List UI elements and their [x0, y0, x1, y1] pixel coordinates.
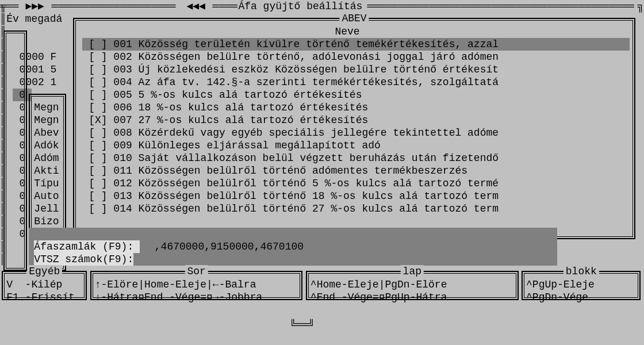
list-item-013[interactable]: [ ] 013 Közösségen belülről történő 18 %…	[82, 190, 630, 202]
panel-sor-line2[interactable]: ↓-Hátra¤End -Vége=¤→-Jobbra	[95, 291, 263, 304]
list-item-008[interactable]: [ ] 008 Közérdekű vagy egyéb speciális j…	[82, 126, 630, 139]
scroll-right-icon[interactable]: ◀◀◀	[181, 0, 212, 13]
list-item-014[interactable]: [ ] 014 Közösségen belülről történő 27 %…	[82, 202, 630, 215]
panel-title-lap: lap	[401, 265, 424, 278]
panel-title-blokk: blokk	[564, 265, 599, 278]
mid-label-6[interactable]: Típu	[34, 177, 59, 190]
neve-header: Neve	[335, 25, 359, 38]
mid-label-1[interactable]: Megn	[34, 114, 59, 126]
year-field-label: Év megadá	[6, 13, 62, 25]
mid-label-4[interactable]: Adóm	[34, 152, 59, 164]
mid-label-2[interactable]: Abev	[34, 126, 59, 139]
abev-title: ABEV	[339, 12, 369, 25]
panel-blokk-line2[interactable]: ^PgDn-Vége	[526, 291, 588, 304]
list-item-009[interactable]: [ ] 009 Különleges eljárással megállapít…	[82, 139, 630, 152]
mid-label-8[interactable]: Jell	[34, 202, 59, 215]
left-col-panel	[3, 30, 27, 271]
list-item-004[interactable]: [ ] 004 Az áfa tv. 142.§-a szerinti term…	[82, 76, 630, 89]
mid-label-7[interactable]: Auto	[34, 190, 59, 202]
afaszamlak-label: Áfaszamlák (F9):	[34, 240, 140, 253]
panel-title-egyeb: Egyéb	[26, 265, 62, 278]
list-item-006[interactable]: [ ] 006 18 %-os kulcs alá tartozó értéke…	[82, 101, 630, 114]
list-item-002[interactable]: [ ] 002 Közösségen belülre történő, adól…	[82, 51, 630, 63]
afaszamlak-value[interactable]: ,4670000,9150000,4670100	[155, 240, 304, 253]
mid-label-9[interactable]: Bizo	[34, 215, 59, 228]
list-item-005[interactable]: [ ] 005 5 %-os kulcs alá tartozó értékes…	[82, 89, 630, 101]
list-item-010[interactable]: [ ] 010 Saját vállalkozáson belül végzet…	[82, 152, 630, 164]
panel-egyeb-line1[interactable]: V -Kilép	[6, 278, 62, 291]
panel-lap-line2[interactable]: ^End -Vége=¤PgUp-Hátra	[310, 291, 447, 304]
panel-egyeb-line2[interactable]: F1 -Frissít	[6, 291, 75, 304]
list-item-007[interactable]: [X] 007 27 %-os kulcs alá tartozó értéke…	[82, 114, 630, 126]
resize-handle-icon[interactable]: ╚══╝	[290, 319, 315, 331]
mid-label-0[interactable]: Megn	[34, 101, 59, 114]
vtsz-label: VTSZ számok(F9):	[34, 253, 133, 266]
list-item-012[interactable]: [ ] 012 Közösségen belülről történő 5 %-…	[82, 177, 630, 190]
panel-blokk-line1[interactable]: ^PgUp-Eleje	[526, 278, 595, 291]
mid-label-3[interactable]: Adók	[34, 139, 59, 152]
list-item-003[interactable]: [ ] 003 Új közlekedési eszköz Közösségen…	[82, 63, 630, 76]
main-title: Áfa gyüjtő beállítás	[238, 0, 362, 13]
panel-sor-line1[interactable]: ↑-Elöre|Home-Eleje|←-Balra	[95, 278, 256, 291]
list-item-001[interactable]: [ ] 001 Közösség területén kívülre törté…	[82, 38, 630, 51]
panel-title-sor: Sor	[185, 265, 208, 278]
list-item-011[interactable]: [ ] 011 Közösségen belülről történő adóm…	[82, 164, 630, 177]
panel-lap-line1[interactable]: ^Home-Eleje|PgDn-Elöre	[310, 278, 447, 291]
scroll-left-icon[interactable]: ▶▶▶	[20, 0, 51, 13]
mid-label-5[interactable]: Akti	[34, 164, 59, 177]
